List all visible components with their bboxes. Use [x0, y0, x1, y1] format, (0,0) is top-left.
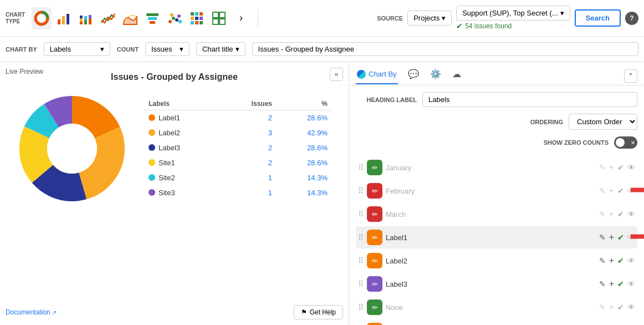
chart-type-more[interactable]: ›: [231, 7, 251, 29]
legend-issues-cell: 1: [221, 185, 277, 200]
edit-icon[interactable]: ✎: [599, 210, 606, 219]
eye-icon[interactable]: 👁: [627, 210, 635, 219]
drag-handle[interactable]: ⠿: [358, 163, 364, 172]
check-icon[interactable]: ✔: [617, 186, 624, 195]
chart-type-scatter[interactable]: [165, 7, 185, 29]
chart-type-heatmap[interactable]: [187, 7, 207, 29]
chart-type-line[interactable]: [98, 7, 118, 29]
live-preview-button[interactable]: Live Preview: [6, 68, 43, 75]
add-icon[interactable]: +: [609, 279, 614, 289]
chart-by-value: Labels: [50, 45, 71, 53]
chart-type-area[interactable]: [120, 7, 140, 29]
eye-icon[interactable]: 👁: [627, 186, 635, 195]
legend-issues-link[interactable]: 1: [268, 189, 272, 197]
check-icon[interactable]: ✔: [617, 256, 624, 265]
drag-handle[interactable]: ⠿: [358, 303, 364, 312]
eye-icon[interactable]: 👁: [627, 256, 635, 265]
svg-rect-11: [89, 15, 91, 19]
legend-pct-value: 42.9%: [307, 129, 328, 137]
add-icon[interactable]: +: [609, 232, 614, 242]
svg-rect-12: [146, 13, 159, 16]
edit-icon[interactable]: ✎: [599, 233, 606, 242]
list-item: ⠿ ✏ January ✎ + ✔ 👁: [356, 156, 637, 179]
svg-rect-24: [191, 17, 194, 20]
legend-issues-link[interactable]: 2: [268, 144, 272, 152]
item-badge-icon: ✏: [372, 187, 378, 195]
get-help-button[interactable]: ⚑ Get Help: [294, 305, 343, 319]
drag-handle[interactable]: ⠿: [358, 186, 364, 195]
item-badge-icon: ✏: [372, 280, 378, 288]
count-dropdown[interactable]: Issues ▾: [145, 42, 190, 56]
check-icon[interactable]: ✔: [617, 303, 624, 312]
expand-button[interactable]: ⌃: [624, 69, 637, 83]
zero-counts-toggle[interactable]: ✕: [614, 136, 637, 149]
legend-issues-cell: 2: [221, 140, 277, 155]
legend-issues-link[interactable]: 2: [268, 114, 272, 122]
legend-row: Label2 3 42.9%: [144, 125, 332, 140]
edit-icon[interactable]: ✎: [599, 186, 606, 195]
tab-chart-by[interactable]: Chart By: [356, 68, 398, 84]
ordering-select[interactable]: Custom OrderAlphabeticalBy Value: [569, 114, 637, 130]
add-icon[interactable]: +: [609, 302, 614, 312]
tab-cloud[interactable]: ☁: [451, 67, 462, 85]
chart-type-grid[interactable]: [209, 7, 229, 29]
add-icon[interactable]: +: [609, 256, 614, 266]
list-item: ⠿ ✏ Site1 ✎ + ✔ 👁: [356, 319, 637, 325]
legend-color-dot: [149, 144, 155, 151]
svg-rect-33: [219, 19, 225, 24]
drag-handle[interactable]: ⠿: [358, 233, 364, 242]
heading-label-input[interactable]: [422, 92, 637, 107]
legend-pct-cell: 28.6%: [277, 110, 332, 125]
edit-icon[interactable]: ✎: [599, 256, 606, 265]
count-label: COUNT: [117, 46, 139, 53]
drag-handle[interactable]: ⠿: [358, 280, 364, 288]
check-icon[interactable]: ✔: [617, 280, 624, 288]
eye-icon[interactable]: 👁: [627, 163, 635, 172]
add-icon[interactable]: +: [609, 186, 614, 196]
drag-handle[interactable]: ⠿: [358, 210, 364, 219]
eye-icon[interactable]: 👁: [627, 233, 635, 242]
svg-rect-6: [80, 18, 83, 22]
legend-issues-link[interactable]: 2: [268, 159, 272, 167]
add-icon[interactable]: +: [609, 162, 614, 172]
legend-label-cell: Label3: [144, 140, 221, 155]
eye-icon[interactable]: 👁: [627, 280, 635, 288]
item-actions: ✎ + ✔ 👁: [599, 256, 635, 266]
add-icon[interactable]: +: [609, 209, 614, 219]
documentation-link[interactable]: Documentation ↗: [6, 308, 57, 316]
check-icon[interactable]: ✔: [617, 163, 624, 172]
eye-icon[interactable]: 👁: [627, 303, 635, 312]
source-value-dropdown[interactable]: Support (SUP), Top Secret (... ▾: [456, 6, 570, 21]
help-button[interactable]: ?: [625, 12, 638, 25]
chart-type-stacked-bar[interactable]: [76, 7, 96, 29]
search-button[interactable]: Search: [575, 9, 621, 27]
chart-type-bar[interactable]: [54, 7, 74, 29]
chart-type-icons: ›: [32, 7, 251, 29]
legend-issues-link[interactable]: 1: [268, 174, 272, 182]
chart-title-input[interactable]: [252, 42, 638, 56]
svg-rect-31: [219, 12, 225, 18]
edit-icon[interactable]: ✎: [599, 280, 606, 288]
check-icon[interactable]: ✔: [617, 233, 624, 242]
tab-settings[interactable]: ⚙️: [429, 67, 442, 85]
projects-dropdown[interactable]: Projects ▾: [407, 11, 452, 26]
list-item: ⠿ ✏ Label3 ✎ + ✔ 👁: [356, 273, 637, 295]
chevron-down-icon-4: ▾: [180, 45, 183, 53]
chart-title-dropdown[interactable]: Chart title ▾: [196, 42, 246, 56]
legend-label-name: Site2: [159, 174, 175, 182]
legend-label-cell: Label1: [144, 110, 221, 125]
check-icon[interactable]: ✔: [617, 210, 624, 219]
chart-by-dropdown[interactable]: Labels ▾: [44, 42, 110, 56]
chart-type-donut[interactable]: [32, 7, 52, 29]
edit-icon[interactable]: ✎: [599, 163, 606, 172]
legend-issues-link[interactable]: 3: [268, 129, 272, 137]
chart-type-funnel[interactable]: [142, 7, 162, 29]
drag-handle[interactable]: ⠿: [358, 256, 364, 265]
item-actions: ✎ + ✔ 👁: [599, 279, 635, 289]
svg-point-15: [168, 20, 172, 23]
list-item: ⠿ ✏ February ✎ + ✔ 👁: [356, 180, 637, 202]
item-color-badge: ✏: [367, 160, 382, 175]
tab-comments[interactable]: 💬: [407, 67, 420, 85]
edit-icon[interactable]: ✎: [599, 303, 606, 312]
collapse-button[interactable]: «: [330, 68, 343, 81]
